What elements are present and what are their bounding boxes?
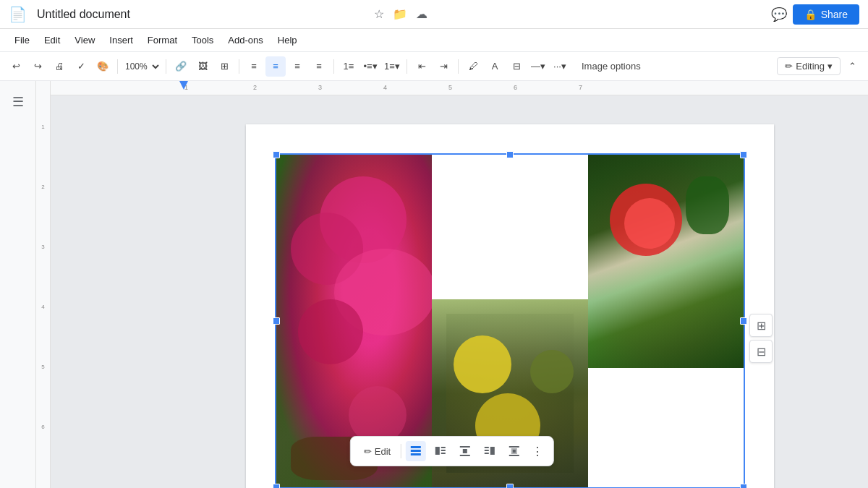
layout-front-button[interactable]: [504, 441, 524, 461]
svg-rect-9: [460, 455, 470, 456]
doc-title[interactable]: Untitled document: [37, 8, 368, 21]
replace-image-button[interactable]: ⊟: [749, 340, 773, 363]
menu-bar: File Edit View Insert Format Tools Add-o…: [0, 29, 868, 52]
sep-toolbar: [401, 444, 401, 458]
bottom-image-toolbar: ✏ Edit: [350, 436, 554, 466]
layout-break-button[interactable]: [455, 441, 475, 461]
sep1: [117, 59, 118, 74]
svg-rect-5: [441, 450, 446, 451]
handle-bottom-center[interactable]: [506, 484, 514, 488]
share-label: Share: [821, 9, 848, 20]
align-justify-button[interactable]: ≡: [309, 56, 329, 77]
unordered-list-dropdown[interactable]: •≡▾: [360, 56, 380, 77]
svg-rect-4: [441, 447, 446, 448]
share-button[interactable]: 🔒 Share: [793, 4, 859, 25]
svg-rect-1: [411, 450, 421, 452]
svg-rect-12: [485, 453, 489, 454]
left-sidebar: ☰: [0, 81, 36, 488]
handle-top-left[interactable]: [273, 151, 280, 158]
table-button[interactable]: ⊞: [214, 56, 234, 77]
print-button[interactable]: 🖨: [49, 56, 69, 77]
star-icon[interactable]: ☆: [374, 7, 384, 21]
handle-middle-left[interactable]: [273, 317, 280, 325]
svg-rect-14: [509, 446, 519, 448]
menu-addons[interactable]: Add-ons: [222, 32, 268, 48]
handle-top-center[interactable]: [506, 151, 514, 158]
horizontal-ruler: 1 2 3 4 5 6 7: [51, 81, 868, 95]
menu-view[interactable]: View: [69, 32, 101, 48]
toolbar: ↩ ↪ 🖨 ✓ 🎨 100% 75% 125% 🔗 🖼 ⊞ ≡ ≡ ≡ ≡ 1≡…: [0, 52, 868, 81]
svg-rect-11: [485, 450, 489, 451]
editing-label: Editing: [796, 61, 825, 72]
menu-edit[interactable]: Edit: [38, 32, 66, 48]
handle-middle-right[interactable]: [740, 317, 747, 325]
sep2: [166, 59, 166, 74]
svg-rect-10: [485, 447, 489, 448]
align-center-button[interactable]: ≡: [265, 56, 286, 77]
grid-cell-empty-top: [432, 155, 587, 299]
svg-rect-0: [411, 446, 421, 448]
font-color-button[interactable]: A: [485, 56, 505, 77]
sep3: [239, 59, 239, 74]
sep4: [333, 59, 334, 74]
page-scroll: ⊞ ⊟: [101, 110, 868, 488]
align-left-button[interactable]: ≡: [244, 56, 264, 77]
svg-rect-7: [460, 446, 470, 448]
highlight-button[interactable]: 🖊: [463, 56, 483, 77]
align-right-button[interactable]: ≡: [287, 56, 307, 77]
svg-rect-3: [435, 447, 440, 455]
grid-cell-hibiscus: [588, 155, 744, 487]
pencil-icon: ✏: [785, 61, 793, 72]
edit-button[interactable]: ✏ Edit: [358, 443, 396, 460]
document-page: ⊞ ⊟: [246, 124, 774, 488]
image-button[interactable]: 🖼: [192, 56, 213, 77]
paint-button[interactable]: 🎨: [93, 56, 113, 77]
svg-rect-6: [441, 453, 446, 454]
numbered-list-dropdown[interactable]: 1≡▾: [382, 56, 402, 77]
svg-rect-17: [513, 450, 516, 453]
undo-button[interactable]: ↩: [6, 56, 26, 77]
layout-inline-button[interactable]: [406, 441, 426, 461]
increase-indent-button[interactable]: ⇥: [433, 56, 454, 77]
svg-rect-13: [490, 447, 495, 455]
photo-hibiscus: [588, 155, 744, 368]
sep6: [458, 59, 459, 74]
cloud-icon[interactable]: ☁: [416, 7, 427, 21]
pencil-icon: ✏: [364, 446, 372, 457]
menu-insert[interactable]: Insert: [103, 32, 139, 48]
app-icon: 📄: [9, 6, 27, 23]
menu-help[interactable]: Help: [272, 32, 303, 48]
border-style-button[interactable]: —▾: [528, 56, 548, 77]
chat-icon[interactable]: 💬: [771, 7, 787, 22]
menu-format[interactable]: Format: [142, 32, 183, 48]
ordered-list-button[interactable]: 1≡: [339, 56, 359, 77]
border-button[interactable]: ⊟: [506, 56, 527, 77]
menu-file[interactable]: File: [9, 32, 35, 48]
handle-bottom-right[interactable]: [740, 484, 747, 488]
add-image-button[interactable]: ⊞: [749, 314, 773, 337]
handle-top-right[interactable]: [740, 151, 747, 158]
zoom-select[interactable]: 100% 75% 125%: [122, 61, 161, 72]
folder-icon[interactable]: 📁: [393, 7, 407, 21]
page-background: ⊞ ⊟: [101, 110, 868, 488]
vertical-ruler: 1 2 3 4 5 6: [36, 95, 51, 488]
layout-wrap-left-button[interactable]: [430, 441, 451, 461]
collapse-toolbar-button[interactable]: ⌃: [842, 56, 862, 77]
image-options-button[interactable]: Image options: [574, 58, 648, 74]
link-button[interactable]: 🔗: [171, 56, 191, 77]
more-options-button[interactable]: ⋮: [529, 442, 546, 461]
redo-button[interactable]: ↪: [27, 56, 48, 77]
outline-icon[interactable]: ☰: [7, 88, 30, 116]
edit-label: Edit: [375, 446, 391, 457]
handle-bottom-left[interactable]: [273, 484, 280, 488]
cell-hibiscus-white: [588, 368, 744, 487]
svg-rect-2: [411, 453, 421, 455]
svg-rect-8: [463, 449, 467, 453]
editing-mode-button[interactable]: ✏ Editing ▾: [777, 57, 841, 75]
border-dash-button[interactable]: ···▾: [550, 56, 570, 77]
menu-tools[interactable]: Tools: [186, 32, 219, 48]
sep5: [407, 59, 407, 74]
layout-wrap-right-button[interactable]: [480, 441, 500, 461]
spellcheck-button[interactable]: ✓: [71, 56, 91, 77]
decrease-indent-button[interactable]: ⇤: [412, 56, 432, 77]
